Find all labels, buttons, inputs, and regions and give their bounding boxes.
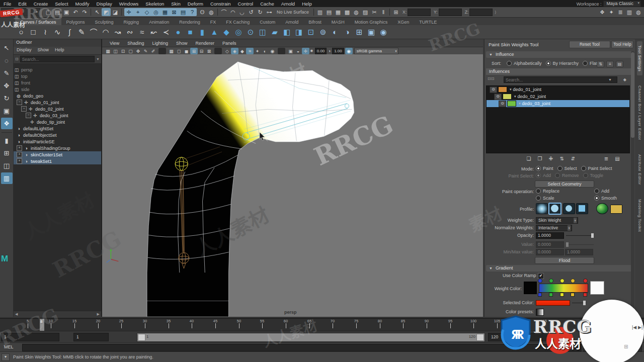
lock-selection-icon[interactable]: ʘ <box>198 8 207 16</box>
viewport-menu-item[interactable]: Shading <box>124 41 147 46</box>
outliner-item[interactable]: ◫ side <box>14 86 101 93</box>
shelf-tab[interactable]: Arnold <box>280 19 303 25</box>
axis-z-field[interactable] <box>469 9 493 16</box>
brush-square-icon[interactable] <box>576 203 588 214</box>
brush-soft-icon[interactable] <box>536 203 548 214</box>
shelf-tab[interactable]: Rendering <box>174 19 205 25</box>
extrude-icon[interactable]: ◧ <box>281 26 293 38</box>
shelf-tab[interactable]: Motion Graphics <box>350 19 393 25</box>
ring-snap-2-icon[interactable]: ◠ <box>228 8 237 16</box>
sort-grid-icon[interactable]: ▤ <box>616 61 623 67</box>
expand-toggle[interactable]: − <box>17 100 22 105</box>
viewport-menu-item[interactable]: Renderer <box>192 41 218 46</box>
grid-icon[interactable]: ▦ <box>168 48 175 54</box>
gate-mask-icon[interactable]: ⊞ <box>190 48 198 54</box>
film-gate-icon[interactable]: ◻ <box>175 48 183 54</box>
outliner-item[interactable]: + ◑ tweakSet1 <box>14 158 101 164</box>
detach-curve-icon[interactable]: ≈ <box>136 26 148 38</box>
wireframe-icon[interactable]: ◇ <box>223 48 231 54</box>
use-all-lights-icon[interactable]: ☀ <box>246 48 254 54</box>
outliner-filter-icon[interactable]: ⊡ <box>15 57 19 61</box>
menu-item[interactable]: Display <box>93 1 116 7</box>
command-line-language-toggle[interactable]: MEL <box>4 344 14 349</box>
range-slider[interactable]: 1 120 <box>137 333 485 342</box>
toolbox-extra-5-icon[interactable]: ◍ <box>634 8 643 16</box>
redo-icon[interactable]: ↷ <box>80 8 89 16</box>
snap-point-icon[interactable]: ◇ <box>142 8 151 16</box>
exposure-field[interactable]: 0.00 <box>315 48 327 54</box>
pause-viewport-icon[interactable]: ‖ <box>379 8 388 16</box>
shelf-tab[interactable]: Custom <box>255 19 280 25</box>
toggle-hold-icon[interactable]: ≣ <box>602 155 610 162</box>
bezier-curve-icon[interactable]: ∫ <box>63 26 75 38</box>
insert-knot-icon[interactable]: ↜ <box>148 26 160 38</box>
ep-curve-icon[interactable]: ∿ <box>51 26 63 38</box>
value-field[interactable]: 0.0000 <box>536 241 564 248</box>
weight-color-black-swatch[interactable] <box>524 282 537 294</box>
sort-refresh-icon[interactable]: ⇅ <box>597 61 604 67</box>
layout-single-pane[interactable]: ▮ <box>1 135 13 146</box>
make-live-icon[interactable]: ⊠ <box>170 8 179 16</box>
image-plane-icon[interactable]: ✥ <box>134 48 142 54</box>
viewport-icon[interactable] <box>158 48 166 54</box>
axis-y-field[interactable] <box>439 9 462 16</box>
revolve-icon[interactable]: ⊙ <box>245 26 257 38</box>
side-tab[interactable]: Modeling Toolkit <box>637 195 642 236</box>
show-influence-icon[interactable]: ⇵ <box>569 155 577 162</box>
nurbs-plane-icon[interactable]: ◆ <box>220 26 232 38</box>
bookmark-icon[interactable]: ▢ <box>127 48 134 54</box>
side-tab[interactable]: Tool Settings <box>637 41 642 75</box>
layout-four-pane[interactable]: ⊞ <box>1 147 13 159</box>
shelf-tab[interactable]: FX Caching <box>221 19 255 25</box>
light-editor-icon[interactable]: ▨ <box>361 8 370 16</box>
shelf-tab[interactable]: Sculpting <box>90 19 119 25</box>
outliner-item[interactable]: ◑ defaultObjectSet <box>14 132 101 138</box>
shadows-icon[interactable]: ✦ <box>254 48 261 54</box>
sort-radio-option[interactable]: Alphabetically <box>507 61 542 66</box>
camera-attributes-icon[interactable]: ⊡ <box>119 48 127 54</box>
planar-icon[interactable]: ▰ <box>269 26 281 38</box>
current-frame-marker[interactable]: 8 <box>40 319 44 331</box>
expand-toggle[interactable]: − <box>26 113 31 118</box>
invert-selection-icon[interactable]: ▤ <box>613 155 621 162</box>
menu-item[interactable]: Control <box>234 1 257 7</box>
nurbs-square-icon[interactable]: □ <box>27 26 39 38</box>
ramp-stop-handle[interactable] <box>549 293 553 297</box>
paint-op-radio-option[interactable]: Smooth <box>594 196 635 201</box>
select-geometry-button[interactable]: Select Geometry <box>535 180 594 188</box>
influence-section-header[interactable]: ▼Influence <box>486 51 632 58</box>
sort-radio-option[interactable]: Flat <box>583 61 597 66</box>
ring-snap-1-icon[interactable]: ⌒ <box>219 8 228 16</box>
sort-radio-option[interactable]: By Hierarchy <box>546 61 579 66</box>
viewport-icon[interactable] <box>278 48 285 54</box>
help-line-icon[interactable]: ▾ <box>2 353 10 361</box>
render-settings-icon[interactable]: ▩ <box>343 8 352 16</box>
sort-list-icon[interactable]: ≡ <box>606 61 614 67</box>
weight-color-white-swatch[interactable] <box>590 281 604 295</box>
influence-row[interactable]: ⊙ ▾ dedo_03_joint <box>487 100 629 107</box>
render-view-icon[interactable]: ▥ <box>315 8 325 16</box>
paint-select-radio-option[interactable]: Toggle <box>583 173 604 178</box>
menu-item[interactable]: Deform <box>184 1 207 7</box>
ramp-stop-handle[interactable] <box>538 279 542 283</box>
viewport-canvas[interactable] <box>102 54 483 317</box>
menu-item[interactable]: Cache <box>257 1 277 7</box>
untrim-icon[interactable]: ◑ <box>341 26 353 38</box>
menu-item[interactable]: Constrain <box>207 1 234 7</box>
outliner-item[interactable]: ◫ persp <box>14 66 101 73</box>
mode-radio-option[interactable]: Select <box>557 166 577 171</box>
range-end-handle[interactable] <box>476 334 484 341</box>
opacity-slider[interactable] <box>566 235 594 236</box>
ramp-stop-handle[interactable] <box>560 293 564 297</box>
chevron-down-icon[interactable]: ▼ <box>608 78 612 81</box>
influence-search-input[interactable] <box>504 76 617 83</box>
paint-select-tool[interactable]: ✎ <box>1 67 13 79</box>
2d-pan-zoom-icon[interactable]: ✎ <box>142 48 149 54</box>
weight-type-dropdown[interactable]: Skin Weight <box>536 217 578 224</box>
outliner-item[interactable]: − ✛ dedo_03_joint <box>14 112 101 119</box>
menu-item[interactable]: Windows <box>116 1 142 7</box>
expand-toggle[interactable]: + <box>17 152 22 157</box>
ramp-stop-handle[interactable] <box>583 279 588 283</box>
mode-radio-option[interactable]: Paint Select <box>581 166 612 171</box>
outliner-item[interactable]: ◍ dedo_geo <box>14 93 101 99</box>
